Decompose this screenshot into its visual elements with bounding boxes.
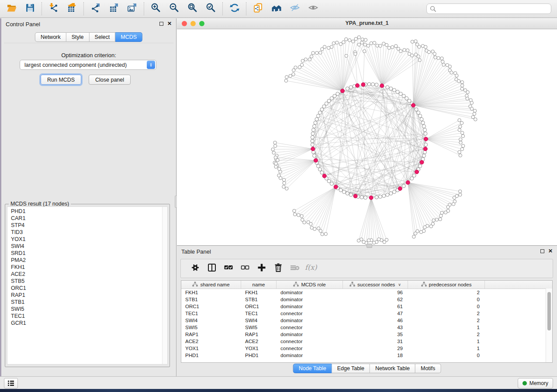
table-scrollbar-thumb[interactable]	[547, 292, 551, 330]
table-cell: FKH1	[241, 290, 277, 295]
mcds-result-item[interactable]: STB5	[11, 278, 167, 285]
mcds-result-item[interactable]: TID3	[11, 229, 167, 236]
node-table: shared namenameMCDS rolesuccessor nodes∨…	[181, 280, 553, 363]
zoom-out-button[interactable]	[165, 1, 183, 16]
import-table-button[interactable]	[63, 1, 81, 16]
criterion-dropdown[interactable]: largest connected component (undirected)…	[20, 60, 156, 70]
zoom-selected-button[interactable]	[202, 1, 220, 16]
close-panel-icon[interactable]: ✕	[548, 248, 553, 254]
mcds-result-item[interactable]: PMA2	[11, 257, 167, 264]
tab-mcds[interactable]: MCDS	[115, 32, 142, 42]
refresh-layout-button[interactable]	[225, 1, 244, 16]
close-panel-icon[interactable]: ✕	[167, 21, 172, 26]
mcds-result-item[interactable]: SWI5	[11, 306, 167, 313]
float-panel-icon[interactable]	[540, 249, 544, 253]
table-row[interactable]: TEC1TEC1connector472	[181, 310, 552, 317]
mcds-result-item[interactable]: SRD1	[11, 250, 167, 257]
zoom-in-button[interactable]	[147, 1, 165, 16]
mcds-result-item[interactable]: PHD1	[11, 208, 167, 215]
column-header-successor-nodes[interactable]: successor nodes∨	[343, 281, 408, 289]
column-header-MCDS-role[interactable]: MCDS role	[277, 281, 343, 289]
table-cell: 62	[343, 297, 408, 302]
export-table-button[interactable]	[105, 1, 123, 16]
mcds-result-item[interactable]: STB1	[11, 299, 167, 306]
export-network-button[interactable]	[86, 1, 105, 16]
delete-column-button	[287, 261, 303, 276]
mcds-result-item[interactable]: FKH1	[11, 264, 167, 271]
tab-network[interactable]: Network	[35, 32, 66, 42]
table-row[interactable]: FKH1FKH1dominator962	[181, 289, 552, 296]
table-cell: SWI4	[181, 318, 241, 323]
table-options-button[interactable]	[187, 261, 204, 276]
tab-motifs[interactable]: Motifs	[415, 364, 441, 373]
tab-network-table[interactable]: Network Table	[370, 364, 415, 373]
table-cell: 29	[343, 346, 408, 351]
mcds-result-item[interactable]: TEC1	[11, 313, 167, 320]
desktop-wallpaper	[0, 389, 557, 392]
table-cell: 31	[343, 339, 408, 344]
control-panel-header: Control Panel ✕	[1, 18, 176, 30]
cytoscape-window: Control Panel ✕ NetworkStyleSelectMCDS O…	[0, 0, 557, 392]
sort-descending-icon: ∨	[398, 282, 401, 287]
select-all-button[interactable]	[220, 261, 237, 276]
tab-style[interactable]: Style	[66, 32, 90, 42]
network-canvas[interactable]	[177, 29, 557, 245]
column-header-name[interactable]: name	[241, 281, 277, 289]
table-row[interactable]: ACE2ACE2connector311	[181, 338, 552, 345]
table-row[interactable]: PHD1PHD1dominator180	[181, 352, 552, 359]
network-view-window: YPA_prune.txt_1	[177, 18, 557, 246]
deselect-all-button[interactable]	[237, 261, 253, 276]
control-panel-title: Control Panel	[6, 21, 40, 28]
table-panel-tabs: Node TableEdge TableNetwork TableMotifs	[293, 364, 441, 373]
column-header-predecessor-nodes[interactable]: predecessor nodes	[408, 281, 485, 289]
column-header-shared-name[interactable]: shared name	[181, 281, 241, 289]
tab-edge-table[interactable]: Edge Table	[332, 364, 370, 373]
search-input[interactable]	[438, 4, 551, 13]
mcds-result-item[interactable]: STP4	[11, 222, 167, 229]
table-cell: ORC1	[181, 304, 241, 309]
mcds-list-scrollbar[interactable]	[162, 207, 167, 364]
mcds-result-item[interactable]: YOX1	[11, 236, 167, 243]
zoom-fit-button[interactable]	[183, 1, 202, 16]
mcds-result-item[interactable]: CAR1	[11, 215, 167, 222]
duplicate-network-button[interactable]	[249, 1, 267, 16]
network-window-titlebar: YPA_prune.txt_1	[177, 18, 557, 29]
table-row[interactable]: STB1STB1dominator620	[181, 296, 552, 303]
float-panel-icon[interactable]	[159, 22, 163, 26]
hide-selected-button[interactable]	[286, 1, 304, 16]
mcds-result-item[interactable]: ORC1	[11, 285, 167, 292]
table-row[interactable]: ORC1ORC1dominator610	[181, 303, 552, 310]
column-display-button[interactable]	[204, 261, 220, 276]
first-neighbors-button[interactable]	[267, 1, 286, 16]
table-cell: 18	[343, 353, 408, 358]
table-cell: 43	[343, 325, 408, 330]
tab-node-table[interactable]: Node Table	[293, 364, 332, 373]
open-session-icon	[7, 3, 17, 15]
table-row[interactable]: RAP1RAP1dominator352	[181, 331, 552, 338]
mcds-result-item[interactable]: GCR1	[11, 320, 167, 327]
task-history-button[interactable]	[4, 378, 18, 389]
table-row[interactable]: SWI5SWI5connector431	[181, 324, 552, 331]
horizontal-splitter-handle[interactable]	[367, 244, 372, 248]
save-session-button[interactable]	[21, 1, 39, 16]
run-mcds-button[interactable]: Run MCDS	[41, 75, 81, 85]
import-network-button[interactable]	[45, 1, 63, 16]
mcds-result-item[interactable]: SWI4	[11, 243, 167, 250]
tab-select[interactable]: Select	[90, 32, 116, 42]
open-session-button[interactable]	[3, 1, 21, 16]
export-image-button[interactable]	[123, 1, 142, 16]
table-row[interactable]: SWI4SWI4dominator462	[181, 317, 552, 324]
node-table-body: FKH1FKH1dominator962STB1STB1dominator620…	[181, 289, 552, 359]
status-bar: Memory	[0, 376, 557, 389]
mcds-result-item[interactable]: ACE2	[11, 271, 167, 278]
add-button[interactable]	[253, 261, 270, 276]
save-session-icon	[25, 3, 35, 15]
delete-icon	[273, 262, 284, 275]
memory-button[interactable]: Memory	[518, 378, 553, 389]
delete-button[interactable]	[270, 261, 287, 276]
show-all-button[interactable]	[304, 1, 322, 16]
close-panel-button[interactable]: Close panel	[89, 75, 131, 85]
table-cell: 2	[408, 332, 485, 337]
mcds-result-item[interactable]: RAP1	[11, 292, 167, 299]
table-row[interactable]: YOX1YOX1connector291	[181, 345, 552, 352]
